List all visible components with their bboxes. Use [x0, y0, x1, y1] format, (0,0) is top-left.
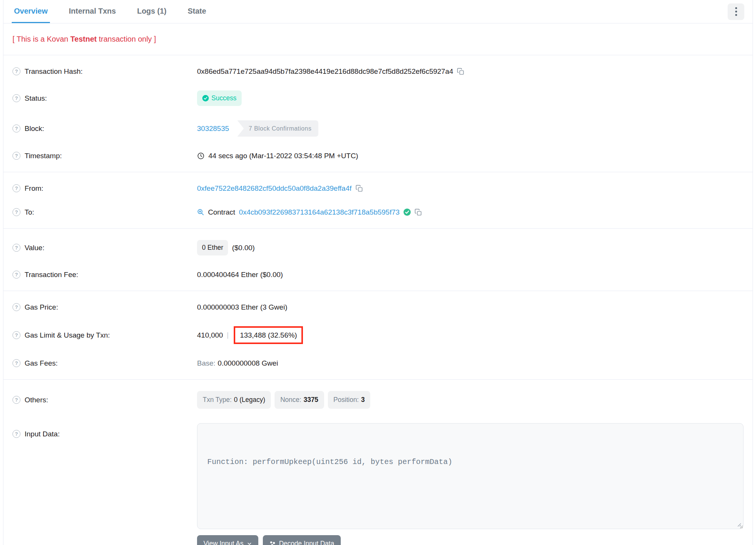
- section-from-to: ? From: 0xfee7522e8482682cf50ddc50a0f8da…: [3, 172, 753, 228]
- input-method-id: MethodID: 0x7bbaf1ea: [207, 526, 733, 529]
- transaction-fee-label: Transaction Fee:: [25, 270, 78, 279]
- tab-overview[interactable]: Overview: [12, 0, 50, 23]
- section-value-fee: ? Value: 0 Ether ($0.00) ? Transaction F…: [3, 228, 753, 291]
- block-label: Block:: [25, 124, 44, 133]
- help-icon[interactable]: ?: [12, 184, 20, 192]
- copy-icon: [457, 68, 464, 75]
- status-label: Status:: [25, 93, 47, 103]
- row-status: ? Status: Success: [12, 83, 744, 113]
- position-badge: Position: 3: [328, 391, 371, 409]
- from-address-link[interactable]: 0xfee7522e8482682cf50ddc50a0f8da2a39effa…: [197, 184, 352, 193]
- copy-icon: [414, 209, 422, 216]
- decode-input-data-label: Decode Input Data: [279, 540, 334, 545]
- row-others: ? Others: Txn Type: 0 (Legacy) Nonce: 33…: [12, 384, 744, 416]
- help-icon[interactable]: ?: [12, 67, 20, 75]
- transaction-fee-value: 0.000400464 Ether ($0.00): [197, 270, 283, 279]
- nonce-label: Nonce:: [280, 395, 301, 405]
- gas-fees-base-value: 0.000000008 Gwei: [218, 358, 278, 368]
- gas-price-value: 0.000000003 Ether (3 Gwei): [197, 302, 287, 312]
- clock-icon: [197, 152, 205, 160]
- from-label: From:: [25, 184, 43, 193]
- copy-icon: [355, 185, 363, 192]
- check-circle-icon: [202, 95, 209, 101]
- txn-type-value: 0 (Legacy): [234, 395, 265, 405]
- help-icon[interactable]: ?: [12, 303, 20, 311]
- resize-grip-icon[interactable]: [736, 522, 741, 527]
- input-data-textarea[interactable]: Function: performUpkeep(uint256 id, byte…: [197, 423, 744, 529]
- to-address-link[interactable]: 0x4cb093f226983713164a62138c3f718a5b595f…: [239, 207, 400, 217]
- help-icon[interactable]: ?: [12, 271, 20, 279]
- more-options-button[interactable]: [728, 3, 744, 20]
- gas-limit-label: Gas Limit & Usage by Txn:: [25, 330, 110, 340]
- row-to: ? To: Contract 0x4cb093f226983713164a621…: [12, 200, 744, 224]
- decode-input-data-button[interactable]: Decode Input Data: [263, 535, 341, 545]
- gas-usage-highlight-box: 133,488 (32.56%): [234, 326, 303, 344]
- timestamp-value: 44 secs ago (Mar-11-2022 03:54:48 PM +UT…: [208, 151, 358, 160]
- nonce-badge: Nonce: 3375: [275, 391, 324, 409]
- position-value: 3: [361, 395, 365, 405]
- gas-limit-value: 410,000: [197, 330, 223, 340]
- warning-text-2: transaction only ]: [97, 35, 156, 43]
- block-confirmations-badge: 7 Block Confirmations: [238, 120, 318, 137]
- position-label: Position:: [334, 395, 359, 405]
- others-label: Others:: [25, 395, 48, 405]
- gas-price-label: Gas Price:: [25, 302, 58, 312]
- help-icon[interactable]: ?: [12, 331, 20, 339]
- testnet-warning: [ This is a Kovan Testnet transaction on…: [3, 23, 753, 55]
- verified-check-icon: [404, 209, 411, 216]
- row-from: ? From: 0xfee7522e8482682cf50ddc50a0f8da…: [12, 176, 744, 200]
- tab-state[interactable]: State: [185, 0, 208, 23]
- warning-text: [ This is a Kovan: [12, 35, 70, 43]
- gas-separator: |: [227, 330, 229, 340]
- to-label: To:: [25, 207, 34, 217]
- transaction-hash-label: Transaction Hash:: [25, 67, 82, 76]
- row-transaction-hash: ? Transaction Hash: 0x86ed5a771e725aa94d…: [12, 59, 744, 83]
- help-icon[interactable]: ?: [12, 94, 20, 102]
- gas-usage-value: 133,488 (32.56%): [240, 331, 297, 339]
- help-icon[interactable]: ?: [12, 396, 20, 404]
- txn-type-badge: Txn Type: 0 (Legacy): [197, 391, 271, 409]
- tab-internal-txns[interactable]: Internal Txns: [67, 0, 118, 23]
- row-value: ? Value: 0 Ether ($0.00): [12, 233, 744, 263]
- to-type: Contract: [208, 207, 235, 217]
- kebab-icon: [735, 7, 737, 9]
- block-number-link[interactable]: 30328535: [197, 124, 229, 133]
- copy-hash-button[interactable]: [457, 68, 464, 75]
- input-data-label: Input Data:: [25, 429, 60, 439]
- value-label: Value:: [25, 243, 44, 252]
- copy-from-button[interactable]: [355, 185, 363, 192]
- row-gas-limit-usage: ? Gas Limit & Usage by Txn: 410,000 | 13…: [12, 319, 744, 351]
- help-icon[interactable]: ?: [12, 125, 20, 132]
- help-icon[interactable]: ?: [12, 152, 20, 160]
- row-input-data: ? Input Data: Function: performUpkeep(ui…: [12, 416, 744, 545]
- tab-bar: Overview Internal Txns Logs (1) State: [3, 0, 753, 23]
- zoom-in-icon[interactable]: [197, 209, 204, 216]
- input-function-signature: Function: performUpkeep(uint256 id, byte…: [207, 456, 733, 468]
- warning-bold: Testnet: [70, 35, 97, 43]
- status-text: Success: [211, 93, 236, 103]
- txn-type-label: Txn Type:: [203, 395, 232, 405]
- transaction-card: Overview Internal Txns Logs (1) State [ …: [3, 0, 753, 545]
- gas-fees-label: Gas Fees:: [25, 358, 58, 368]
- row-gas-fees: ? Gas Fees: Base: 0.000000008 Gwei: [12, 351, 744, 375]
- help-icon[interactable]: ?: [12, 208, 20, 216]
- help-icon[interactable]: ?: [12, 430, 20, 438]
- value-usd: ($0.00): [232, 243, 255, 252]
- decode-icon: [269, 540, 276, 545]
- section-hash-status: ? Transaction Hash: 0x86ed5a771e725aa94d…: [3, 55, 753, 172]
- row-block: ? Block: 30328535 7 Block Confirmations: [12, 113, 744, 144]
- view-input-as-label: View Input As: [203, 540, 244, 545]
- value-badge: 0 Ether: [197, 240, 228, 255]
- copy-to-button[interactable]: [414, 209, 422, 216]
- row-gas-price: ? Gas Price: 0.000000003 Ether (3 Gwei): [12, 295, 744, 319]
- chevron-down-icon: [247, 541, 252, 545]
- help-icon[interactable]: ?: [12, 359, 20, 367]
- view-input-as-button[interactable]: View Input As: [197, 535, 258, 545]
- row-transaction-fee: ? Transaction Fee: 0.000400464 Ether ($0…: [12, 263, 744, 287]
- status-badge: Success: [197, 90, 242, 106]
- help-icon[interactable]: ?: [12, 244, 20, 252]
- row-timestamp: ? Timestamp: 44 secs ago (Mar-11-2022 03…: [12, 144, 744, 168]
- nonce-value: 3375: [304, 395, 318, 405]
- tab-logs[interactable]: Logs (1): [135, 0, 169, 23]
- timestamp-label: Timestamp:: [25, 151, 62, 160]
